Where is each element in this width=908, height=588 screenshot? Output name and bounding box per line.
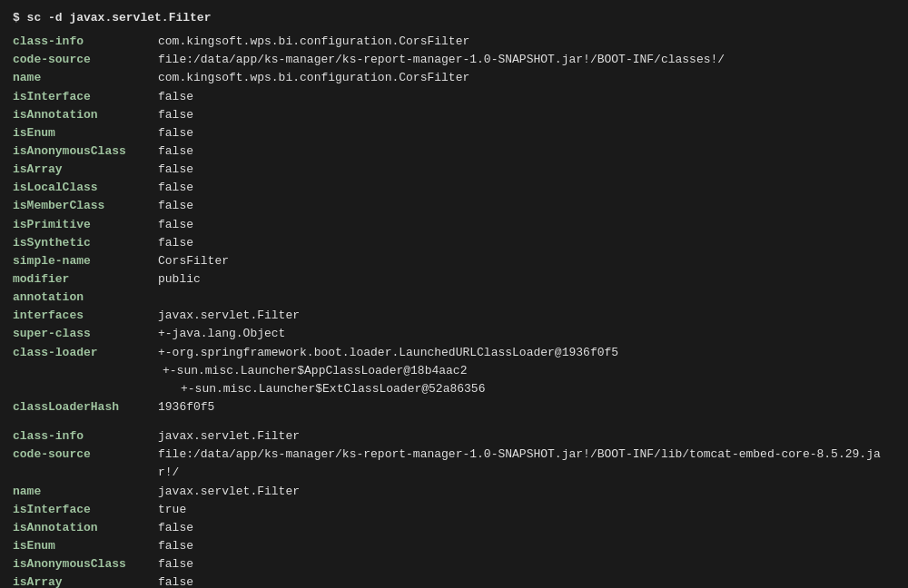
row-value: false — [158, 555, 193, 573]
row-key: class-info — [13, 427, 158, 446]
row-value: javax.servlet.Filter — [158, 427, 300, 446]
table-row: isEnumfalse — [13, 537, 895, 555]
row-value: CorsFilter — [158, 252, 229, 270]
row-value: javax.servlet.Filter — [158, 483, 300, 501]
row-key: code-source — [13, 51, 158, 69]
table-row: annotation — [13, 289, 895, 307]
row-key: annotation — [13, 289, 158, 307]
row-key: super-class — [13, 325, 158, 343]
row-key: isSynthetic — [13, 234, 158, 252]
table-row: isPrimitivefalse — [13, 216, 895, 234]
row-key: class-loader — [13, 344, 158, 362]
table-row: modifierpublic — [13, 270, 895, 289]
row-value: public — [158, 270, 201, 289]
command-text: $ sc -d javax.servlet.Filter — [13, 11, 211, 24]
sections-container: class-infocom.kingsoft.wps.bi.configurat… — [13, 33, 895, 588]
table-row: isArrayfalse — [13, 161, 895, 179]
row-value: false — [158, 234, 193, 252]
table-row: simple-nameCorsFilter — [13, 252, 895, 270]
row-key: isArray — [13, 161, 158, 179]
row-key: interfaces — [13, 307, 158, 325]
table-row: isArrayfalse — [13, 573, 895, 588]
row-value: javax.servlet.Filter — [158, 307, 300, 325]
row-key: isArray — [13, 573, 158, 588]
row-value: false — [158, 197, 193, 215]
row-value: com.kingsoft.wps.bi.configuration.CorsFi… — [158, 33, 469, 51]
row-value: false — [158, 142, 193, 161]
table-row: namejavax.servlet.Filter — [13, 483, 895, 501]
row-value: false — [158, 161, 193, 179]
row-value: false — [158, 124, 193, 142]
table-row: super-class+-java.lang.Object — [13, 325, 895, 343]
row-key: isInterface — [13, 88, 158, 106]
table-row: class-infocom.kingsoft.wps.bi.configurat… — [13, 33, 895, 51]
row-value: false — [158, 216, 193, 234]
row-value: false — [158, 106, 193, 124]
row-value: +-java.lang.Object — [158, 325, 285, 343]
row-key: isAnonymousClass — [13, 555, 158, 573]
row-key: isAnnotation — [13, 519, 158, 537]
row-key: isEnum — [13, 537, 158, 555]
row-key: modifier — [13, 270, 158, 289]
command-line: $ sc -d javax.servlet.Filter — [13, 9, 895, 27]
table-row: isInterfacefalse — [13, 88, 895, 106]
row-key: isAnnotation — [13, 106, 158, 124]
row-value: true — [158, 501, 186, 519]
row-value: false — [158, 88, 193, 106]
row-key: isMemberClass — [13, 197, 158, 215]
row-key: simple-name — [13, 252, 158, 270]
row-value: false — [158, 179, 193, 197]
row-key: code-source — [13, 446, 158, 482]
row-value: +-org.springframework.boot.loader.Launch… — [158, 344, 618, 362]
table-row: isSyntheticfalse — [13, 234, 895, 252]
table-row: interfacesjavax.servlet.Filter — [13, 307, 895, 325]
table-row: isLocalClassfalse — [13, 179, 895, 197]
table-row: namecom.kingsoft.wps.bi.configuration.Co… — [13, 69, 895, 87]
row-value: com.kingsoft.wps.bi.configuration.CorsFi… — [158, 69, 469, 87]
row-value: false — [158, 519, 193, 537]
row-value: false — [158, 573, 193, 588]
row-key: class-info — [13, 33, 158, 51]
row-extra: +-sun.misc.Launcher$AppClassLoader@18b4a… — [13, 362, 895, 380]
table-row: isAnonymousClassfalse — [13, 555, 895, 573]
row-key: isPrimitive — [13, 216, 158, 234]
table-row: class-infojavax.servlet.Filter — [13, 427, 895, 446]
row-key: isEnum — [13, 124, 158, 142]
table-row: isEnumfalse — [13, 124, 895, 142]
table-row: isMemberClassfalse — [13, 197, 895, 215]
table-row: code-sourcefile:/data/app/ks-manager/ks-… — [13, 51, 895, 69]
section-section1: class-infocom.kingsoft.wps.bi.configurat… — [13, 33, 895, 416]
row-extra: +-sun.misc.Launcher$ExtClassLoader@52a86… — [13, 380, 895, 398]
row-key: classLoaderHash — [13, 398, 158, 416]
table-row: class-loader+-org.springframework.boot.l… — [13, 344, 895, 362]
table-row: isAnnotationfalse — [13, 519, 895, 537]
row-value: false — [158, 537, 193, 555]
row-key: name — [13, 483, 158, 501]
table-row: isInterfacetrue — [13, 501, 895, 519]
table-row: isAnnotationfalse — [13, 106, 895, 124]
table-row: code-sourcefile:/data/app/ks-manager/ks-… — [13, 446, 895, 482]
table-row: classLoaderHash1936f0f5 — [13, 398, 895, 416]
row-value: 1936f0f5 — [158, 398, 214, 416]
row-key: isInterface — [13, 501, 158, 519]
row-key: isAnonymousClass — [13, 142, 158, 161]
row-value: file:/data/app/ks-manager/ks-report-mana… — [158, 51, 725, 69]
row-key: isLocalClass — [13, 179, 158, 197]
row-value: file:/data/app/ks-manager/ks-report-mana… — [158, 446, 895, 482]
row-key: name — [13, 69, 158, 87]
table-row: isAnonymousClassfalse — [13, 142, 895, 161]
section-section2: class-infojavax.servlet.Filtercode-sourc… — [13, 427, 895, 588]
section-separator — [13, 420, 895, 427]
terminal: $ sc -d javax.servlet.Filter class-infoc… — [13, 9, 895, 588]
